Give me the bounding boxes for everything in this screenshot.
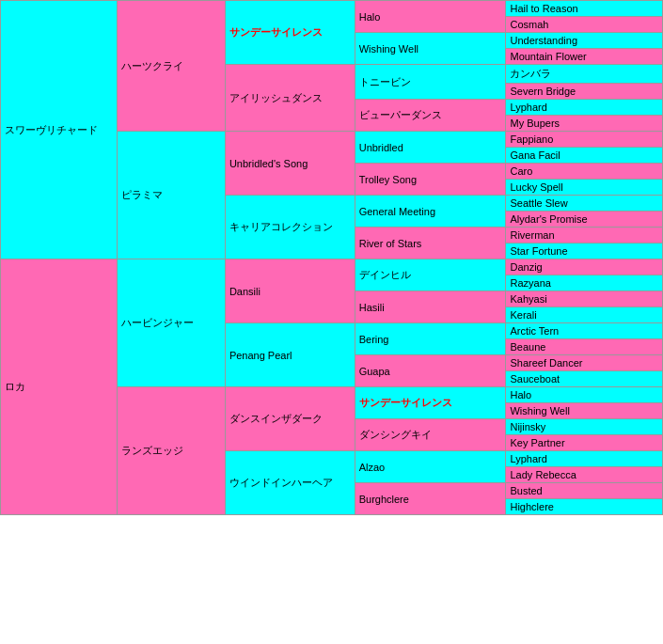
col4-tony: トニービン xyxy=(355,65,506,100)
col4-river: River of Stars xyxy=(355,228,506,259)
col5-severn: Severn Bridge xyxy=(506,84,663,100)
col4-deinhill: デインヒル xyxy=(355,259,506,291)
col5-halo2: Halo xyxy=(506,387,663,403)
col5-razyana: Razyana xyxy=(506,275,663,291)
col1-roka: ロカ xyxy=(1,259,118,515)
col5-understanding: Understanding xyxy=(506,33,663,49)
col5-gana: Gana Facil xyxy=(506,148,663,164)
col3-unbridled: Unbridled's Song xyxy=(225,132,355,196)
col5-danzig: Danzig xyxy=(506,259,663,275)
col5-arctic: Arctic Tern xyxy=(506,323,663,339)
col5-nijinsky: Nijinsky xyxy=(506,419,663,435)
col1-swarve: スワーヴリチャード xyxy=(1,1,118,259)
col4-halo: Halo xyxy=(355,1,506,33)
col3-dance: ダンスインザダーク xyxy=(225,387,355,451)
pedigree-table: スワーヴリチャード ハーツクライ サンデーサイレンス Halo Hail to … xyxy=(0,0,663,515)
col5-lyphard: Lyphard xyxy=(506,100,663,116)
col4-dancingkey: ダンシングキイ xyxy=(355,419,506,451)
col5-fappiano: Fappiano xyxy=(506,132,663,148)
col4-burghclere: Burghclere xyxy=(355,483,506,515)
col5-starfortune: Star Fortune xyxy=(506,243,663,259)
col5-busted: Busted xyxy=(506,483,663,499)
col2-piramima: ピラミマ xyxy=(118,132,226,259)
col2-heartscry: ハーツクライ xyxy=(118,1,226,132)
col4-unbridled: Unbridled xyxy=(355,132,506,164)
col3-penang: Penang Pearl xyxy=(225,323,355,387)
col4-hasili: Hasili xyxy=(355,291,506,323)
col4-general: General Meeting xyxy=(355,196,506,228)
col5-wishing2: Wishing Well xyxy=(506,403,663,419)
col5-alydar: Alydar's Promise xyxy=(506,212,663,228)
col5-lyphard2: Lyphard xyxy=(506,451,663,467)
col2-runzedge: ランズエッジ xyxy=(118,387,226,515)
col5-keypartner: Key Partner xyxy=(506,435,663,451)
col4-alzao: Alzao xyxy=(355,451,506,483)
col3-irish: アイリッシュダンス xyxy=(225,65,355,132)
col4-bering: Bering xyxy=(355,323,506,355)
col4-guapa: Guapa xyxy=(355,355,506,387)
col5-riverman: Riverman xyxy=(506,228,663,243)
col3-dansili: Dansili xyxy=(225,259,355,323)
col5-seattle: Seattle Slew xyxy=(506,196,663,212)
col5-highclere: Highclere xyxy=(506,499,663,515)
col5-kahyasi: Kahyasi xyxy=(506,291,663,307)
col5-beaune: Beaune xyxy=(506,339,663,355)
col3-sunday: サンデーサイレンス xyxy=(225,1,355,65)
col3-career: キャリアコレクション xyxy=(225,196,355,259)
col5-kambara: カンバラ xyxy=(506,65,663,84)
col5-ladyrebecca: Lady Rebecca xyxy=(506,467,663,483)
col5-mybupers: My Bupers xyxy=(506,116,663,132)
col5-sauceboat: Sauceboat xyxy=(506,371,663,387)
col2-harbinger: ハービンジャー xyxy=(118,259,226,387)
col5-mountain: Mountain Flower xyxy=(506,49,663,65)
col4-sunday2: サンデーサイレンス xyxy=(355,387,506,419)
col5-hail: Hail to Reason xyxy=(506,1,663,17)
col5-shareef: Shareef Dancer xyxy=(506,355,663,371)
col4-trolley: Trolley Song xyxy=(355,164,506,196)
col5-cosmah: Cosmah xyxy=(506,17,663,33)
col4-wishing: Wishing Well xyxy=(355,33,506,65)
col3-wind: ウインドインハーヘア xyxy=(225,451,355,515)
col4-buper: ビューパーダンス xyxy=(355,100,506,132)
col5-kerali: Kerali xyxy=(506,307,663,323)
col5-caro: Caro xyxy=(506,164,663,180)
col5-lucky: Lucky Spell xyxy=(506,180,663,196)
